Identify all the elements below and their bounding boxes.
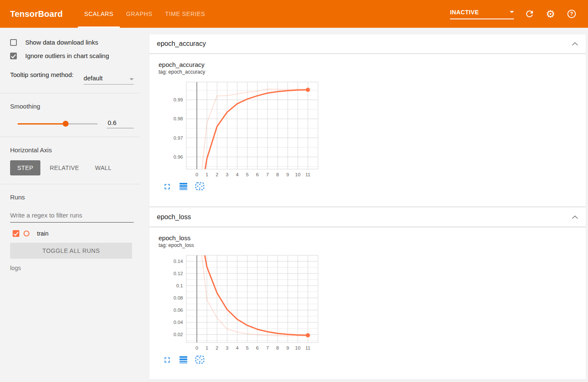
svg-text:4: 4	[236, 345, 239, 350]
reload-status-select[interactable]: INACTIVE	[450, 9, 514, 19]
scalar-chart-epoch-loss[interactable]: 0.020.040.060.080.10.120.140123456789101…	[159, 254, 320, 353]
run-checkbox-checked-icon[interactable]	[13, 230, 19, 237]
svg-text:0.12: 0.12	[174, 271, 183, 276]
section-header[interactable]: epoch_accuracy	[149, 34, 586, 53]
chart-toolbar	[159, 355, 586, 365]
collapse-chevron-up-icon[interactable]	[572, 215, 578, 219]
svg-text:0.96: 0.96	[174, 154, 183, 159]
tab-graphs[interactable]: GRAPHS	[120, 0, 159, 28]
fit-domain-to-data-icon[interactable]	[195, 181, 205, 191]
section-title: epoch_accuracy	[157, 40, 206, 48]
checkbox-unchecked-icon[interactable]	[10, 39, 17, 46]
chart-toolbar	[159, 181, 586, 191]
tab-scalars[interactable]: SCALARS	[78, 0, 120, 28]
svg-text:0.99: 0.99	[174, 97, 183, 102]
divider	[0, 137, 140, 137]
runs-title: Runs	[10, 194, 134, 201]
tooltip-sorting-select[interactable]: default	[84, 70, 134, 85]
svg-text:0.08: 0.08	[174, 295, 183, 300]
svg-text:5: 5	[246, 172, 249, 177]
checkbox-label: Ignore outliers in chart scaling	[25, 52, 109, 59]
scalar-chart-epoch-accuracy[interactable]: 0.960.970.980.9901234567891011	[159, 80, 320, 180]
ignore-outliers-checkbox-row[interactable]: Ignore outliers in chart scaling	[10, 52, 134, 59]
slider-thumb[interactable]	[63, 121, 69, 127]
svg-text:0.02: 0.02	[174, 332, 183, 337]
app-title: TensorBoard	[10, 9, 63, 19]
log-scale-icon[interactable]	[178, 355, 188, 365]
section-body: epoch_loss tag: epoch_loss 0.020.040.060…	[149, 228, 586, 379]
svg-text:0: 0	[196, 172, 198, 177]
refresh-icon[interactable]	[524, 8, 535, 19]
chevron-down-icon	[130, 78, 134, 80]
svg-text:11: 11	[305, 345, 310, 350]
svg-text:0.06: 0.06	[174, 308, 183, 313]
tab-time-series[interactable]: TIME SERIES	[159, 0, 211, 28]
main-content: epoch_accuracy epoch_accuracy tag: epoch…	[149, 34, 586, 379]
chart-title: epoch_loss	[159, 234, 586, 241]
expand-chart-icon[interactable]	[162, 181, 172, 191]
collapse-chevron-up-icon[interactable]	[572, 42, 578, 46]
svg-text:8: 8	[276, 172, 279, 177]
svg-text:?: ?	[570, 11, 573, 17]
svg-text:7: 7	[266, 172, 269, 177]
svg-text:3: 3	[226, 172, 228, 177]
chart-tag: tag: epoch_loss	[159, 242, 586, 248]
log-scale-icon[interactable]	[178, 181, 188, 191]
show-download-links-checkbox-row[interactable]: Show data download links	[10, 39, 134, 46]
run-label: train	[37, 230, 48, 237]
run-item-train[interactable]: train	[13, 230, 134, 237]
checkbox-checked-icon[interactable]	[10, 53, 17, 59]
section-title: epoch_loss	[157, 213, 191, 221]
chart-tag: tag: epoch_accuracy	[159, 69, 586, 75]
svg-text:2: 2	[216, 172, 218, 177]
svg-text:3: 3	[226, 345, 228, 350]
runs-filter-input[interactable]	[10, 209, 134, 223]
checkbox-label: Show data download links	[25, 39, 98, 46]
tab-bar: SCALARS GRAPHS TIME SERIES	[78, 0, 212, 28]
smoothing-value-input[interactable]: 0.6	[107, 119, 134, 128]
axis-relative-button[interactable]: RELATIVE	[50, 160, 79, 175]
svg-text:0.97: 0.97	[174, 135, 183, 141]
slider-fill	[18, 123, 66, 125]
run-color-circle-icon[interactable]	[24, 231, 29, 236]
smoothing-slider[interactable]	[18, 120, 98, 127]
svg-text:9: 9	[286, 345, 289, 350]
svg-text:10: 10	[295, 345, 301, 350]
chevron-down-icon	[510, 11, 514, 13]
settings-sidebar: Show data download links Ignore outliers…	[0, 28, 140, 382]
section-epoch-loss: epoch_loss epoch_loss tag: epoch_loss 0.…	[149, 208, 586, 379]
svg-text:0: 0	[196, 345, 198, 350]
header-actions: INACTIVE ⚙ ?	[450, 8, 577, 19]
svg-text:5: 5	[246, 345, 249, 350]
svg-text:2: 2	[216, 345, 218, 350]
divider	[0, 184, 140, 184]
svg-text:0.1: 0.1	[176, 283, 183, 288]
reload-status-value: INACTIVE	[450, 9, 479, 16]
section-header[interactable]: epoch_loss	[149, 208, 586, 227]
smoothing-title: Smoothing	[10, 103, 134, 110]
svg-text:6: 6	[256, 345, 259, 350]
settings-gear-icon[interactable]: ⚙	[545, 8, 556, 19]
chart-title: epoch_accuracy	[159, 61, 586, 68]
svg-text:0.04: 0.04	[174, 320, 183, 325]
divider	[0, 93, 140, 93]
svg-text:0.98: 0.98	[174, 116, 183, 121]
help-icon[interactable]: ?	[566, 8, 577, 19]
section-epoch-accuracy: epoch_accuracy epoch_accuracy tag: epoch…	[149, 34, 586, 206]
svg-text:9: 9	[286, 172, 289, 177]
horizontal-axis-buttons: STEP RELATIVE WALL	[10, 160, 134, 175]
axis-step-button[interactable]: STEP	[10, 160, 40, 175]
tooltip-sorting-label: Tooltip sorting method:	[10, 70, 76, 85]
fit-domain-to-data-icon[interactable]	[195, 355, 205, 365]
svg-text:6: 6	[256, 172, 259, 177]
tooltip-sorting-row: Tooltip sorting method: default	[10, 70, 134, 85]
expand-chart-icon[interactable]	[162, 355, 172, 365]
svg-text:8: 8	[276, 345, 279, 350]
svg-text:4: 4	[236, 172, 239, 177]
runs-logdir-label: logs	[10, 265, 134, 271]
axis-wall-button[interactable]: WALL	[95, 160, 111, 175]
svg-text:10: 10	[295, 172, 301, 177]
app-header: TensorBoard SCALARS GRAPHS TIME SERIES I…	[0, 0, 588, 28]
smoothing-row: 0.6	[10, 119, 134, 128]
toggle-all-runs-button[interactable]: TOGGLE ALL RUNS	[10, 243, 132, 259]
